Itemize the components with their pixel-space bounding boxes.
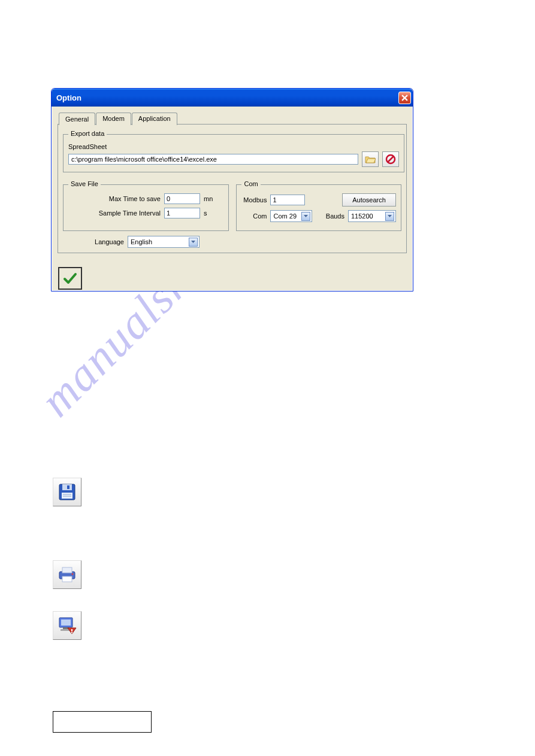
- folder-icon: [365, 155, 376, 163]
- svg-rect-10: [62, 576, 72, 582]
- dialog-title: Option: [56, 93, 81, 102]
- titlebar[interactable]: Option: [52, 89, 413, 107]
- watchdog-button[interactable]: [53, 611, 81, 640]
- language-label: Language: [92, 238, 128, 245]
- empty-box: [53, 711, 152, 733]
- com-group: Com Modbus Autosearch Com Com 29: [236, 184, 401, 231]
- close-button[interactable]: [398, 92, 411, 104]
- save-file-group: Save File Max Time to save mn Sample Tim…: [63, 184, 229, 231]
- export-group-title: Export data: [68, 130, 107, 137]
- spreadsheet-path-input[interactable]: [68, 154, 358, 165]
- svg-line-1: [388, 157, 394, 162]
- floppy-disk-icon: [58, 482, 77, 502]
- modbus-input[interactable]: [270, 195, 305, 205]
- svg-rect-17: [71, 632, 72, 633]
- language-row: Language English: [92, 236, 401, 248]
- chevron-down-icon: [385, 212, 394, 221]
- tab-content: Export data SpreadSheet: [58, 124, 407, 253]
- language-value: English: [131, 238, 152, 245]
- browse-button[interactable]: [362, 151, 379, 167]
- tab-application[interactable]: Application: [132, 113, 177, 125]
- clear-button[interactable]: [382, 151, 399, 167]
- printer-icon: [57, 566, 77, 584]
- bauds-value: 115200: [351, 212, 373, 220]
- com-select[interactable]: Com 29: [270, 210, 312, 222]
- export-data-group: Export data SpreadSheet: [63, 134, 404, 172]
- interval-row: Sample Time Interval s: [68, 208, 223, 218]
- modbus-row: Modbus Autosearch: [241, 193, 396, 207]
- autosearch-button[interactable]: Autosearch: [342, 193, 396, 207]
- chevron-down-icon: [189, 238, 198, 247]
- max-time-unit: mn: [200, 195, 213, 202]
- ok-button[interactable]: [58, 267, 82, 290]
- max-time-row: Max Time to save mn: [68, 193, 223, 204]
- max-time-input[interactable]: [164, 193, 200, 204]
- computer-alert-icon: [57, 616, 77, 635]
- modbus-label: Modbus: [241, 196, 270, 204]
- max-time-label: Max Time to save: [68, 195, 164, 202]
- comport-row: Com Com 29 Bauds 115200: [241, 210, 396, 222]
- prohibit-icon: [385, 154, 396, 165]
- save-group-title: Save File: [68, 180, 101, 187]
- com-group-title: Com: [241, 180, 260, 187]
- client-area: General Modem Application Export data Sp…: [52, 107, 413, 258]
- tab-modem[interactable]: Modem: [96, 113, 131, 125]
- lower-row: Save File Max Time to save mn Sample Tim…: [63, 181, 401, 231]
- svg-rect-4: [67, 485, 69, 489]
- save-to-disk-button[interactable]: [53, 478, 81, 506]
- svg-rect-13: [61, 620, 71, 626]
- com-label: Com: [241, 212, 270, 220]
- tab-general[interactable]: General: [59, 113, 95, 125]
- print-button[interactable]: [53, 560, 81, 589]
- spreadsheet-label: SpreadSheet: [68, 143, 399, 150]
- svg-point-11: [72, 573, 74, 575]
- svg-rect-5: [62, 493, 72, 499]
- bauds-select[interactable]: 115200: [348, 210, 396, 222]
- bauds-label: Bauds: [323, 212, 348, 220]
- close-icon: [401, 95, 408, 101]
- interval-input[interactable]: [164, 208, 200, 218]
- chevron-down-icon: [301, 212, 310, 221]
- svg-rect-16: [71, 629, 72, 631]
- svg-rect-9: [62, 567, 72, 573]
- com-value: Com 29: [273, 212, 297, 220]
- export-row: [68, 151, 399, 167]
- interval-label: Sample Time Interval: [68, 210, 164, 217]
- checkmark-icon: [62, 271, 78, 286]
- tab-row: General Modem Application: [59, 113, 407, 125]
- option-dialog: Option General Modem Application Export …: [51, 88, 413, 292]
- language-select[interactable]: English: [128, 236, 200, 248]
- interval-unit: s: [200, 210, 207, 217]
